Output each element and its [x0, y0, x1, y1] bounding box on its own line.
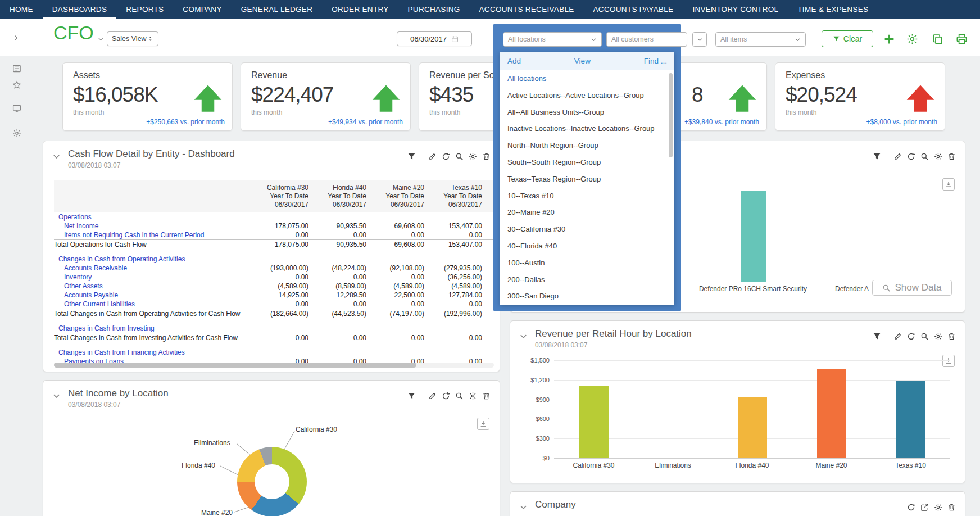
nav-item-general-ledger[interactable]: GENERAL LEDGER	[232, 0, 323, 19]
search-icon[interactable]	[920, 152, 929, 161]
cash-flow-account-link[interactable]: Accounts Receivable	[54, 264, 251, 273]
dropdown-option[interactable]: All locations	[500, 70, 674, 87]
trash-icon[interactable]	[947, 503, 956, 512]
trash-icon[interactable]	[482, 152, 491, 161]
item-chart-bar[interactable]	[741, 191, 766, 282]
gear-icon[interactable]	[469, 392, 477, 400]
dropdown-option[interactable]: Active Locations--Active Locations--Grou…	[500, 87, 674, 104]
dropdown-view-link[interactable]: View	[574, 57, 591, 65]
nav-item-accounts-receivable[interactable]: ACCOUNTS RECEIVABLE	[470, 0, 584, 19]
reports-list-icon[interactable]	[12, 64, 21, 73]
dropdown-option[interactable]: 200--Dallas	[500, 271, 674, 288]
cash-flow-row: Net Income178,075.0090,935.5069,608.0015…	[54, 221, 494, 230]
kpi-card: Assets$16,058Kthis month+$250,663 vs. pr…	[62, 62, 233, 131]
cash-flow-account-link[interactable]: Items not Requiring Cash in the Current …	[54, 230, 251, 239]
revenue-bar[interactable]	[738, 397, 767, 458]
horizontal-scrollbar[interactable]	[54, 363, 494, 368]
collapse-chevron-icon[interactable]	[52, 392, 61, 400]
dropdown-option[interactable]: Texas--Texas Region--Group	[500, 171, 674, 188]
search-icon[interactable]	[455, 152, 464, 161]
clear-filters-button[interactable]: Clear	[822, 30, 873, 47]
refresh-icon[interactable]	[907, 152, 915, 161]
add-button[interactable]	[883, 33, 895, 45]
nav-item-time-expenses[interactable]: TIME & EXPENSES	[788, 0, 878, 19]
show-data-button[interactable]: Show Data	[872, 280, 952, 296]
dropdown-option[interactable]: 30--California #30	[500, 221, 674, 238]
kpi-title: Assets	[73, 70, 222, 80]
filter-icon[interactable]	[407, 392, 416, 400]
company-panel: Company	[510, 491, 965, 516]
nav-item-company[interactable]: COMPANY	[173, 0, 231, 19]
filter-icon[interactable]	[407, 152, 416, 161]
view-select[interactable]: Sales View	[107, 31, 158, 46]
customers-filter-select[interactable]: All customers	[606, 32, 687, 47]
print-icon[interactable]	[956, 33, 968, 45]
gear-icon[interactable]	[934, 152, 942, 161]
gear-icon[interactable]	[469, 152, 477, 161]
cash-flow-account-link[interactable]: Net Income	[54, 221, 251, 230]
favorites-star-icon[interactable]	[12, 80, 21, 89]
edit-icon[interactable]	[893, 152, 902, 161]
revenue-bar[interactable]	[896, 381, 925, 458]
dropdown-option[interactable]: 10--Texas #10	[500, 188, 674, 205]
download-button[interactable]	[477, 418, 489, 430]
cash-flow-account-link[interactable]: Inventory	[54, 273, 251, 282]
dropdown-option[interactable]: Inactive Locations--Inactive Locations--…	[500, 120, 674, 137]
cash-flow-account-link[interactable]: Changes in Cash from Investing	[54, 324, 251, 333]
settings-gear-icon[interactable]	[12, 129, 21, 138]
dropdown-add-link[interactable]: Add	[507, 57, 521, 65]
cash-flow-account-link[interactable]: Accounts Payable	[54, 291, 251, 300]
revenue-bar[interactable]	[817, 369, 846, 458]
cash-flow-account-link[interactable]: Other Assets	[54, 282, 251, 291]
cash-flow-account-link[interactable]: Other Current Liabilities	[54, 300, 251, 309]
net-income-donut-chart[interactable]	[237, 447, 307, 516]
refresh-icon[interactable]	[442, 392, 450, 400]
dropdown-find-link[interactable]: Find ...	[644, 57, 667, 65]
cash-flow-account-link[interactable]: Changes in Cash from Financing Activitie…	[54, 348, 251, 357]
edit-icon[interactable]	[428, 152, 437, 161]
dashboard-title-caret-icon[interactable]	[97, 35, 105, 43]
trash-icon[interactable]	[947, 152, 956, 161]
cash-flow-account-link[interactable]: Changes in Cash from Operating Activitie…	[54, 255, 251, 264]
dropdown-scrollbar-thumb[interactable]	[669, 73, 673, 157]
items-filter-select[interactable]: All items	[715, 32, 806, 47]
monitor-icon[interactable]	[12, 104, 21, 113]
filter-icon[interactable]	[873, 152, 881, 161]
collapse-chevron-icon[interactable]	[52, 152, 61, 161]
collapse-chevron-icon[interactable]	[519, 503, 528, 512]
nav-item-inventory-control[interactable]: INVENTORY CONTROL	[683, 0, 788, 19]
refresh-icon[interactable]	[907, 503, 915, 512]
revenue-bar[interactable]	[579, 386, 609, 458]
nav-item-reports[interactable]: REPORTS	[116, 0, 173, 19]
cash-flow-row: Other Current Liabilities0.000.000.000.0…	[54, 300, 494, 309]
edit-icon[interactable]	[428, 392, 437, 400]
download-button[interactable]	[942, 178, 955, 191]
nav-item-order-entry[interactable]: ORDER ENTRY	[322, 0, 398, 19]
refresh-icon[interactable]	[442, 152, 450, 161]
nav-item-dashboards[interactable]: DASHBOARDS	[43, 0, 117, 19]
dropdown-option[interactable]: South--South Region--Group	[500, 154, 674, 171]
nav-item-accounts-payable[interactable]: ACCOUNTS PAYABLE	[584, 0, 683, 19]
dropdown-option[interactable]: 100--Austin	[500, 255, 674, 271]
search-icon[interactable]	[455, 392, 464, 400]
gear-icon[interactable]	[934, 503, 942, 512]
dropdown-option[interactable]: 300--San Diego	[500, 288, 674, 305]
open-external-icon[interactable]	[920, 503, 929, 512]
locations-filter-select[interactable]: All locations	[503, 32, 602, 47]
dropdown-option[interactable]: North--North Region--Group	[500, 137, 674, 154]
calendar-icon[interactable]	[451, 35, 459, 43]
dropdown-option[interactable]: 20--Maine #20	[500, 204, 674, 221]
cash-flow-value: (48,224.00)	[308, 264, 366, 273]
copy-dashboard-icon[interactable]	[932, 33, 943, 45]
dropdown-option[interactable]: All--All Business Units--Group	[500, 104, 674, 121]
nav-item-home[interactable]: HOME	[0, 0, 43, 19]
nav-item-purchasing[interactable]: PURCHASING	[398, 0, 470, 19]
sidebar-expand-icon[interactable]	[12, 34, 20, 42]
cash-flow-account-link[interactable]: Operations	[54, 212, 251, 221]
customers-dropdown-button[interactable]	[692, 32, 707, 47]
scrollbar-thumb[interactable]	[54, 363, 416, 368]
dropdown-option[interactable]: 40--Florida #40	[500, 238, 674, 255]
trash-icon[interactable]	[482, 392, 491, 400]
settings-gear-icon[interactable]	[906, 33, 918, 45]
date-input[interactable]: 06/30/2017	[397, 31, 472, 46]
